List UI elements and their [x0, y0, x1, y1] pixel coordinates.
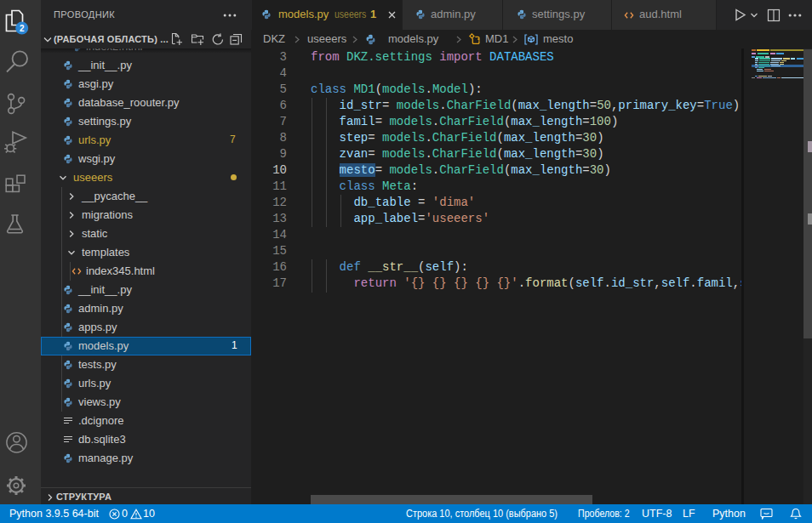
svg-text:2: 2 — [20, 24, 25, 33]
